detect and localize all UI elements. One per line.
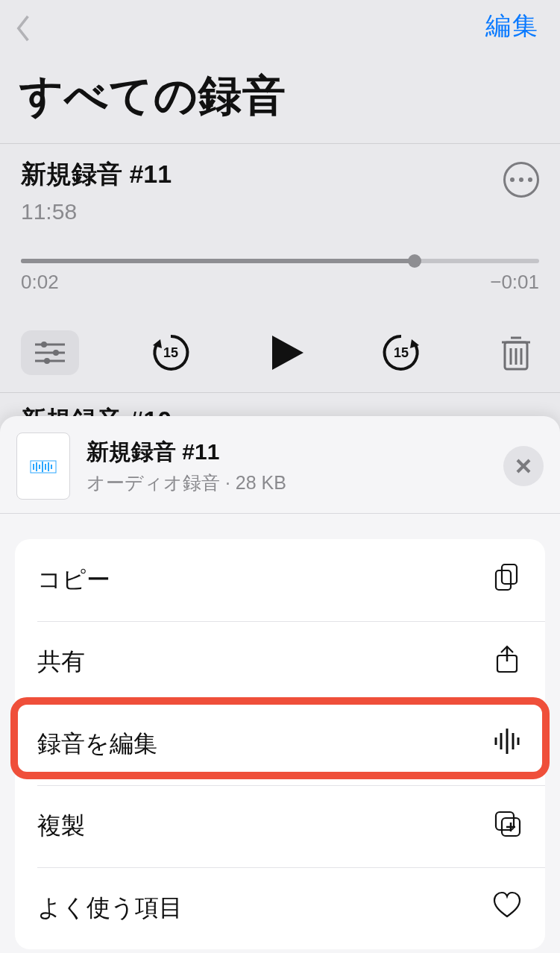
recording-title[interactable]: 新規録音 #11 (21, 157, 539, 192)
menu-item-share[interactable]: 共有 (15, 621, 545, 703)
menu-item-copy[interactable]: コピー (15, 539, 545, 621)
play-button[interactable] (263, 330, 309, 376)
close-button[interactable] (503, 446, 544, 486)
svg-point-3 (53, 350, 59, 356)
more-button[interactable] (503, 162, 539, 198)
waveform-icon (491, 726, 523, 763)
menu-item-label: 複製 (37, 810, 85, 843)
menu-item-heart[interactable]: よく使う項目 (15, 867, 545, 949)
time-remaining: −0:01 (490, 271, 539, 294)
svg-marker-8 (272, 336, 303, 370)
action-sheet: 新規録音 #11 オーディオ録音 · 28 KB コピー共有録音を編集複製よく使… (0, 416, 560, 953)
time-elapsed: 0:02 (21, 271, 59, 294)
svg-point-1 (41, 342, 47, 347)
edit-button[interactable]: 編集 (485, 9, 539, 43)
menu-item-label: 共有 (37, 646, 85, 679)
share-icon (491, 644, 523, 681)
svg-text:15: 15 (163, 345, 178, 360)
duplicate-icon (491, 808, 523, 845)
svg-point-5 (44, 358, 50, 364)
menu-item-waveform[interactable]: 録音を編集 (15, 703, 545, 785)
page-title: すべての録音 (19, 67, 560, 125)
menu-item-label: よく使う項目 (37, 892, 183, 925)
recording-timestamp: 11:58 (21, 199, 539, 224)
menu-item-label: 録音を編集 (37, 728, 157, 761)
svg-rect-29 (496, 570, 511, 590)
delete-button[interactable] (493, 330, 539, 376)
playback-scrubber[interactable]: 0:02 −0:01 (21, 259, 539, 294)
skip-back-button[interactable]: 15 (148, 330, 194, 376)
menu-item-duplicate[interactable]: 複製 (15, 785, 545, 867)
playback-options-button[interactable] (21, 330, 79, 375)
skip-forward-button[interactable]: 15 (378, 330, 424, 376)
sheet-title: 新規録音 #11 (86, 437, 286, 468)
svg-rect-28 (502, 564, 517, 584)
sheet-subtitle: オーディオ録音 · 28 KB (86, 471, 286, 495)
heart-icon (491, 890, 523, 927)
recording-expanded: 新規録音 #11 11:58 0:02 −0:01 (0, 144, 560, 392)
copy-icon (491, 562, 523, 599)
back-button[interactable] (9, 13, 39, 43)
menu-item-label: コピー (37, 564, 110, 597)
file-thumbnail-icon (16, 433, 70, 500)
svg-text:15: 15 (394, 345, 409, 360)
